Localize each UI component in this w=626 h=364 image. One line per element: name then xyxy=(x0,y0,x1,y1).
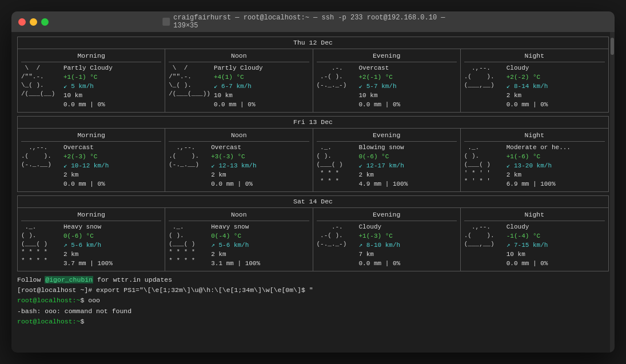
weather-info: Overcast +2(-3) °C ↙ 10-12 km/h 2 km 0.0… xyxy=(63,143,109,189)
periods-row-fri: Morning .,--. .( ). (-._.__) Overcast +2… xyxy=(18,129,608,191)
weather-info: Cloudy +2(-2) °C ↙ 8-14 km/h 2 km 0.0 mm… xyxy=(507,64,548,110)
period-content: .-. .-( ). (-._._-) Overcast +2(-1) °C ↙… xyxy=(317,64,457,110)
period-name: Evening xyxy=(317,210,457,221)
ascii-art: ._. ( ). (___( ) * * * * * * * * xyxy=(21,223,60,269)
period-name: Noon xyxy=(169,131,309,142)
period-content: .,--. .( ). (___,__) Cloudy +2(-2) °C ↙ … xyxy=(464,64,605,110)
terminal-window: craigfairhurst — root@localhost:~ — ssh … xyxy=(11,11,615,353)
period-thu-noon: Noon \ / /"".-. \_( ). /(___(___)) Partl… xyxy=(165,49,313,112)
day-header-sat: Sat 14 Dec xyxy=(18,196,608,208)
period-content: ._. ( ). (___( ) ' * ' ' * ' * ' Moderat… xyxy=(464,143,605,189)
periods-row-sat: Morning ._. ( ). (___( ) * * * * * * * *… xyxy=(18,208,608,271)
period-name: Evening xyxy=(317,51,457,62)
day-section-fri: Fri 13 Dec Morning .,--. .( ). (-._.__) … xyxy=(17,116,609,192)
period-sat-noon: Noon ._. ( ). (___( ) * * * * * * * * He… xyxy=(165,208,313,271)
period-fri-night: Night ._. ( ). (___( ) ' * ' ' * ' * ' M… xyxy=(461,129,608,191)
weather-info: Blowing snow 0(-6) °C ↙ 12-17 km/h 2 km … xyxy=(359,143,408,189)
ascii-art: \ / /"".-. \_( ). /(___(___)) xyxy=(169,64,210,110)
maximize-button[interactable] xyxy=(41,18,49,26)
twitter-handle: @igor_chubin xyxy=(45,276,93,283)
period-content: .,--. .( ). (-._.__) Overcast +2(-3) °C … xyxy=(21,143,161,189)
follow-line: Follow @igor_chubin for wttr.in updates xyxy=(17,275,609,285)
period-content: ._. ( ). (___( ) * * * * * * * * Heavy s… xyxy=(169,223,309,269)
day-header-fri: Fri 13 Dec xyxy=(18,117,608,129)
period-content: .-. .-( ). (-._._-) Cloudy +1(-3) °C ↗ 8… xyxy=(317,223,457,269)
ascii-art: .,--. .( ). (___,__) xyxy=(464,223,503,269)
command-line-2: root@localhost:~$ ooo xyxy=(17,295,609,306)
titlebar: craigfairhurst — root@localhost:~ — ssh … xyxy=(11,11,615,32)
period-sat-morning: Morning ._. ( ). (___( ) * * * * * * * *… xyxy=(18,208,165,271)
period-content: ._. ( ). (___( ) * * * * * * * * Heavy s… xyxy=(21,223,161,269)
scrollbar-thumb[interactable] xyxy=(611,38,614,55)
error-line: -bash: ooo: command not found xyxy=(17,306,609,317)
ascii-art: .-. .-( ). (-._._-) xyxy=(317,64,356,110)
period-name: Morning xyxy=(21,131,161,142)
window-title: craigfairhurst — root@localhost:~ — ssh … xyxy=(162,14,464,30)
weather-info: Cloudy +1(-3) °C ↗ 8-10 km/h 7 km 0.0 mm… xyxy=(359,223,401,269)
weather-info: Partly Cloudy +4(1) °C ↙ 6-7 km/h 10 km … xyxy=(214,64,263,110)
period-sat-evening: Evening .-. .-( ). (-._._-) Cloudy +1(-3… xyxy=(313,208,461,271)
period-content: ._. ( ). (___( ) * * * * * * Blowing sno… xyxy=(317,143,457,189)
weather-info: Heavy snow 0(-6) °C ↗ 5-6 km/h 2 km 3.7 … xyxy=(63,223,113,269)
command-line-1: [root@localhost ~]# export PS1="\[\e[1;3… xyxy=(17,285,609,295)
terminal-icon xyxy=(162,18,170,26)
period-fri-noon: Noon .,--. .( ). (-._.__) Overcast +3(-3… xyxy=(165,129,313,191)
traffic-lights xyxy=(18,18,49,26)
weather-info: Overcast +3(-3) °C ↙ 12-13 km/h 2 km 0.0… xyxy=(211,143,256,189)
ascii-art: ._. ( ). (___( ) * * * * * * * * xyxy=(169,223,208,269)
day-section-thu: Thu 12 Dec Morning \ / /"".-. \_( ). /(_… xyxy=(17,37,609,113)
close-button[interactable] xyxy=(18,18,26,26)
ascii-art: .,--. .( ). (-._.__) xyxy=(21,143,60,189)
period-thu-evening: Evening .-. .-( ). (-._._-) Overcast +2(… xyxy=(313,49,461,112)
current-prompt: root@localhost:~$ ​ xyxy=(17,317,609,327)
period-sat-night: Night .,--. .( ). (___,__) Cloudy -1(-4)… xyxy=(461,208,608,271)
day-section-sat: Sat 14 Dec Morning ._. ( ). (___( ) * * … xyxy=(17,195,609,271)
ascii-art: .,--. .( ). (___,__) xyxy=(464,64,503,110)
period-name: Evening xyxy=(317,131,457,142)
period-name: Night xyxy=(464,51,605,62)
period-thu-night: Night .,--. .( ). (___,__) Cloudy +2(-2)… xyxy=(461,49,608,112)
period-fri-evening: Evening ._. ( ). (___( ) * * * * * * Blo… xyxy=(313,129,461,191)
ascii-art: ._. ( ). (___( ) * * * * * * xyxy=(317,143,356,189)
period-name: Noon xyxy=(169,210,309,221)
weather-info: Partly Cloudy +1(-1) °C ↙ 5 km/h 10 km 0… xyxy=(63,64,113,110)
terminal-bottom: Follow @igor_chubin for wttr.in updates … xyxy=(17,275,609,327)
period-name: Night xyxy=(464,210,605,221)
weather-info: Moderate or he... +1(-6) °C ↙ 13-20 km/h… xyxy=(507,143,571,189)
ascii-art: .,--. .( ). (-._.__) xyxy=(169,143,208,189)
period-name: Noon xyxy=(169,51,309,62)
scrollbar[interactable] xyxy=(610,32,615,353)
period-name: Morning xyxy=(21,51,161,62)
ascii-art: ._. ( ). (___( ) ' * ' ' * ' * ' xyxy=(464,143,503,189)
period-content: .,--. .( ). (-._.__) Overcast +3(-3) °C … xyxy=(169,143,309,189)
ascii-art: \ / /"".-. \_( ). /(___(__) xyxy=(21,64,60,110)
minimize-button[interactable] xyxy=(30,18,37,26)
period-content: .,--. .( ). (___,__) Cloudy -1(-4) °C ↗ … xyxy=(464,223,605,269)
ascii-art: .-. .-( ). (-._._-) xyxy=(317,223,356,269)
period-fri-morning: Morning .,--. .( ). (-._.__) Overcast +2… xyxy=(18,129,165,191)
day-header-thu: Thu 12 Dec xyxy=(18,37,608,49)
period-content: \ / /"".-. \_( ). /(___(___)) Partly Clo… xyxy=(169,64,309,110)
periods-row-thu: Morning \ / /"".-. \_( ). /(___(__) Part… xyxy=(18,49,608,112)
period-content: \ / /"".-. \_( ). /(___(__) Partly Cloud… xyxy=(21,64,161,110)
weather-info: Cloudy -1(-4) °C ↗ 7-15 km/h 10 km 0.0 m… xyxy=(507,223,548,269)
terminal-body[interactable]: Thu 12 Dec Morning \ / /"".-. \_( ). /(_… xyxy=(11,32,615,353)
weather-info: Heavy snow 0(-4) °C ↗ 5-6 km/h 2 km 3.1 … xyxy=(211,223,260,269)
period-name: Night xyxy=(464,131,605,142)
period-name: Morning xyxy=(21,210,161,221)
period-thu-morning: Morning \ / /"".-. \_( ). /(___(__) Part… xyxy=(18,49,165,112)
weather-info: Overcast +2(-1) °C ↙ 5-7 km/h 10 km 0.0 … xyxy=(359,64,401,110)
